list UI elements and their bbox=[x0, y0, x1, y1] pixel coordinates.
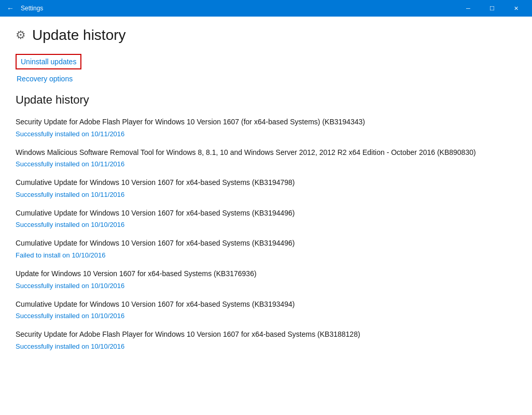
update-name-1: Windows Malicious Software Removal Tool … bbox=[16, 148, 516, 158]
page-title: Update history bbox=[32, 27, 126, 44]
update-status-0[interactable]: Successfully installed on 10/11/2016 bbox=[16, 130, 124, 138]
page-header: ⚙ Update history bbox=[16, 27, 516, 44]
update-item-7: Security Update for Adobe Flash Player f… bbox=[16, 330, 516, 351]
titlebar: ← Settings ─ ☐ ✕ bbox=[0, 0, 532, 17]
close-button[interactable]: ✕ bbox=[504, 0, 528, 17]
titlebar-controls: ─ ☐ ✕ bbox=[456, 0, 528, 17]
update-status-4[interactable]: Failed to install on 10/10/2016 bbox=[16, 251, 105, 259]
update-name-6: Cumulative Update for Windows 10 Version… bbox=[16, 299, 516, 310]
update-item-4: Cumulative Update for Windows 10 Version… bbox=[16, 238, 516, 260]
history-heading: Update history bbox=[16, 93, 516, 107]
update-item-5: Update for Windows 10 Version 1607 for x… bbox=[16, 269, 516, 290]
update-status-3[interactable]: Successfully installed on 10/10/2016 bbox=[16, 221, 124, 228]
main-container: ⚙ Update history Uninstall updates Recov… bbox=[0, 17, 532, 415]
update-name-0: Security Update for Adobe Flash Player f… bbox=[16, 117, 516, 127]
content-area: ⚙ Update history Uninstall updates Recov… bbox=[0, 17, 532, 415]
update-name-2: Cumulative Update for Windows 10 Version… bbox=[16, 178, 516, 188]
update-name-3: Cumulative Update for Windows 10 Version… bbox=[16, 208, 516, 219]
titlebar-title: Settings bbox=[21, 5, 43, 12]
update-item-0: Security Update for Adobe Flash Player f… bbox=[16, 117, 516, 138]
minimize-button[interactable]: ─ bbox=[456, 0, 480, 17]
updates-list: Security Update for Adobe Flash Player f… bbox=[16, 117, 516, 351]
update-status-2[interactable]: Successfully installed on 10/11/2016 bbox=[16, 191, 124, 198]
titlebar-left: ← Settings bbox=[4, 2, 43, 15]
update-item-6: Cumulative Update for Windows 10 Version… bbox=[16, 299, 516, 321]
update-item-1: Windows Malicious Software Removal Tool … bbox=[16, 148, 516, 169]
update-status-7[interactable]: Successfully installed on 10/10/2016 bbox=[16, 342, 124, 350]
update-status-5[interactable]: Successfully installed on 10/10/2016 bbox=[16, 282, 124, 290]
update-status-6[interactable]: Successfully installed on 10/10/2016 bbox=[16, 312, 124, 320]
uninstall-updates-link[interactable]: Uninstall updates bbox=[21, 58, 76, 66]
update-name-4: Cumulative Update for Windows 10 Version… bbox=[16, 238, 516, 249]
recovery-options-link[interactable]: Recovery options bbox=[17, 75, 516, 83]
update-name-5: Update for Windows 10 Version 1607 for x… bbox=[16, 269, 516, 279]
links-section: Uninstall updates Recovery options bbox=[16, 54, 516, 83]
uninstall-link-wrapper: Uninstall updates bbox=[16, 54, 81, 69]
restore-button[interactable]: ☐ bbox=[480, 0, 504, 17]
gear-icon: ⚙ bbox=[16, 28, 26, 42]
update-name-7: Security Update for Adobe Flash Player f… bbox=[16, 330, 516, 340]
update-item-3: Cumulative Update for Windows 10 Version… bbox=[16, 208, 516, 230]
update-item-2: Cumulative Update for Windows 10 Version… bbox=[16, 178, 516, 199]
update-status-1[interactable]: Successfully installed on 10/11/2016 bbox=[16, 160, 124, 168]
back-button[interactable]: ← bbox=[4, 2, 17, 15]
